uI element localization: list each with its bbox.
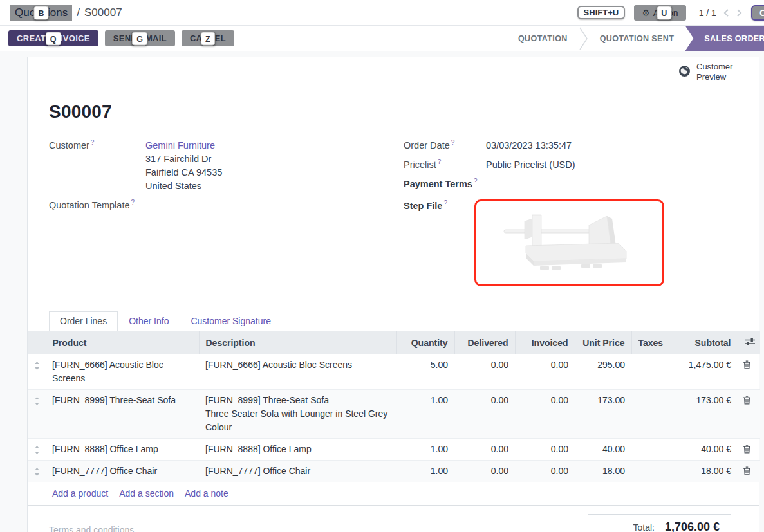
- cell-quantity[interactable]: 1.00: [396, 390, 454, 439]
- gear-icon: ⚙: [642, 8, 650, 17]
- tab-order-lines[interactable]: Order Lines: [49, 311, 118, 331]
- cell-delivered[interactable]: 0.00: [454, 439, 515, 461]
- cell-taxes[interactable]: [631, 461, 667, 482]
- status-step-quotation-sent[interactable]: QUOTATION SENT: [589, 26, 685, 51]
- column-header-handle: [28, 331, 46, 354]
- cell-quantity[interactable]: 1.00: [396, 461, 454, 482]
- pricelist-field[interactable]: Public Pricelist (USD): [486, 158, 575, 172]
- control-bar: CREATE INVOICE Q SEND EMAIL G CANCEL Z Q…: [0, 26, 764, 51]
- table-row: [FURN_6666] Acoustic Bloc Screens[FURN_6…: [28, 354, 760, 390]
- help-icon: ?: [91, 139, 95, 146]
- add-a-product-link[interactable]: Add a product: [52, 488, 108, 499]
- row-drag-handle[interactable]: [28, 390, 46, 439]
- status-step-quotation[interactable]: QUOTATION: [507, 26, 579, 51]
- optional-columns-button[interactable]: [745, 338, 755, 347]
- column-header-quantity[interactable]: Quantity: [396, 331, 454, 354]
- row-drag-handle[interactable]: [28, 439, 46, 461]
- cell-description[interactable]: [FURN_8999] Three-Seat SofaThree Seater …: [199, 390, 396, 439]
- customer-link[interactable]: Gemini Furniture: [145, 140, 215, 151]
- hotkey-badge-send-email: G: [132, 32, 147, 45]
- column-header-product[interactable]: Product: [46, 331, 199, 354]
- cell-product[interactable]: [FURN_8888] Office Lamp: [46, 439, 199, 461]
- terms-placeholder[interactable]: Terms and conditions...: [49, 525, 142, 532]
- status-step-sales-order[interactable]: SALES ORDER: [685, 26, 764, 51]
- customer-address: 317 Fairchild DrFairfield CA 94535United…: [145, 152, 222, 193]
- row-drag-handle[interactable]: [28, 461, 46, 482]
- cell-unit-price[interactable]: 295.00: [575, 354, 631, 390]
- tab-other-info[interactable]: Other Info: [118, 311, 180, 331]
- cell-invoiced[interactable]: 0.00: [515, 461, 575, 482]
- create-button[interactable]: C: [751, 5, 764, 21]
- column-header-description[interactable]: Description: [199, 331, 396, 354]
- tab-customer-signature[interactable]: Customer Signature: [180, 311, 282, 331]
- cancel-button[interactable]: CANCEL Z: [182, 30, 234, 46]
- cell-delete: [738, 461, 760, 482]
- notebook: Order LinesOther InfoCustomer Signature …: [49, 311, 738, 506]
- delete-line-button[interactable]: [743, 466, 751, 477]
- column-header-options: [738, 331, 760, 354]
- cell-description[interactable]: [FURN_7777] Office Chair: [199, 461, 396, 482]
- hotkey-badge-breadcrumb: B: [34, 6, 49, 19]
- cell-invoiced[interactable]: 0.00: [515, 390, 575, 439]
- add-a-note-link[interactable]: Add a note: [185, 488, 228, 499]
- cell-unit-price[interactable]: 18.00: [575, 461, 631, 482]
- cell-taxes[interactable]: [631, 354, 667, 390]
- cell-subtotal[interactable]: 173.00 €: [667, 390, 738, 439]
- cell-invoiced[interactable]: 0.00: [515, 439, 575, 461]
- action-buttons: CREATE INVOICE Q SEND EMAIL G CANCEL Z: [8, 30, 234, 46]
- cell-invoiced[interactable]: 0.00: [515, 354, 575, 390]
- order-date-field[interactable]: 03/03/2023 13:35:47: [486, 139, 572, 152]
- add-a-section-link[interactable]: Add a section: [119, 488, 174, 499]
- cell-subtotal[interactable]: 18.00 €: [667, 461, 738, 482]
- row-drag-handle[interactable]: [28, 354, 46, 390]
- cell-subtotal[interactable]: 1,475.00 €: [667, 354, 738, 390]
- notebook-tabs: Order LinesOther InfoCustomer Signature: [49, 311, 738, 331]
- cell-description[interactable]: [FURN_8888] Office Lamp: [199, 439, 396, 461]
- table-row: [FURN_8888] Office Lamp[FURN_8888] Offic…: [28, 439, 760, 461]
- cell-delivered[interactable]: 0.00: [454, 390, 515, 439]
- table-row: [FURN_7777] Office Chair[FURN_7777] Offi…: [28, 461, 760, 482]
- drag-handle-icon: [34, 362, 40, 372]
- customer-preview-label: Customer Preview: [696, 62, 754, 82]
- column-header-invoiced[interactable]: Invoiced: [515, 331, 575, 354]
- help-icon: ?: [443, 199, 447, 206]
- cell-unit-price[interactable]: 40.00: [575, 439, 631, 461]
- step-file-preview[interactable]: [474, 199, 664, 286]
- delete-line-button[interactable]: [743, 445, 751, 455]
- cell-product[interactable]: [FURN_6666] Acoustic Bloc Screens: [46, 354, 199, 390]
- pager-next-icon[interactable]: [736, 8, 742, 17]
- cell-taxes[interactable]: [631, 390, 667, 439]
- customer-preview-button[interactable]: Customer Preview: [669, 57, 759, 87]
- column-header-unit-price[interactable]: Unit Price: [575, 331, 631, 354]
- action-menu-button[interactable]: ⚙ Action U: [634, 5, 685, 21]
- pager: 1 / 1: [699, 8, 742, 18]
- breadcrumb-parent[interactable]: Quotations B: [10, 5, 72, 21]
- cell-quantity[interactable]: 1.00: [396, 439, 454, 461]
- cell-description[interactable]: [FURN_6666] Acoustic Bloc Screens: [199, 354, 396, 390]
- column-header-taxes[interactable]: Taxes: [631, 331, 667, 354]
- send-email-button[interactable]: SEND EMAIL G: [105, 30, 175, 46]
- form-sheet: Customer Preview S00007 Customer? Gemini…: [27, 57, 759, 532]
- column-header-delivered[interactable]: Delivered: [454, 331, 515, 354]
- field-label-customer: Customer?: [49, 139, 145, 151]
- cell-delivered[interactable]: 0.00: [454, 461, 515, 482]
- delete-line-button[interactable]: [743, 396, 751, 406]
- cell-unit-price[interactable]: 173.00: [575, 390, 631, 439]
- globe-icon: [678, 65, 691, 79]
- delete-line-button[interactable]: [743, 360, 751, 371]
- cell-delivered[interactable]: 0.00: [454, 354, 515, 390]
- cell-taxes[interactable]: [631, 439, 667, 461]
- status-step-separator-icon: [579, 26, 589, 51]
- cell-subtotal[interactable]: 40.00 €: [667, 439, 738, 461]
- record-title[interactable]: S00007: [49, 102, 738, 122]
- trash-icon: [743, 397, 751, 407]
- cell-product[interactable]: [FURN_7777] Office Chair: [46, 461, 199, 482]
- order-lines-table: ProductDescriptionQuantityDeliveredInvoi…: [28, 331, 760, 482]
- column-header-subtotal[interactable]: Subtotal: [667, 331, 738, 354]
- cell-product[interactable]: [FURN_8999] Three-Seat Sofa: [46, 390, 199, 439]
- cell-delete: [738, 439, 760, 461]
- create-invoice-button[interactable]: CREATE INVOICE Q: [8, 30, 98, 46]
- total-value: 1,706.00 €: [665, 520, 720, 532]
- cell-quantity[interactable]: 5.00: [396, 354, 454, 390]
- pager-previous-icon[interactable]: [723, 8, 729, 17]
